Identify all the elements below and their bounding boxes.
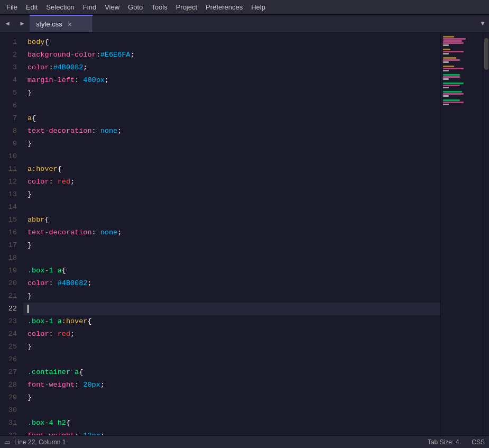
- screen-icon: ▭: [4, 438, 10, 446]
- minimap-line-14: [443, 63, 481, 65]
- minimap-line-22: [443, 80, 481, 82]
- code-line-2: background-color:#E6E6FA;: [23, 49, 440, 61]
- active-tab[interactable]: style.css×: [30, 15, 93, 32]
- line-number-15: 15: [4, 214, 17, 226]
- tab-close-button[interactable]: ×: [67, 20, 73, 29]
- minimap-line-20: [443, 76, 460, 78]
- menu-item-find[interactable]: Find: [79, 2, 100, 12]
- code-line-6: [23, 99, 440, 112]
- line-number-16: 16: [4, 226, 17, 239]
- code-line-5: }: [23, 87, 440, 99]
- code-line-22: [23, 303, 440, 315]
- line-number-28: 28: [4, 379, 17, 391]
- tab-label: style.css: [36, 20, 62, 28]
- line-number-6: 6: [4, 99, 17, 112]
- line-number-12: 12: [4, 176, 17, 188]
- code-area[interactable]: body{ background-color:#E6E6FA; color:#4…: [23, 33, 440, 435]
- line-number-1: 1: [4, 36, 17, 49]
- menu-item-tools[interactable]: Tools: [147, 2, 171, 12]
- editor-scrollbar[interactable]: [483, 33, 489, 435]
- line-number-32: 32: [4, 429, 17, 435]
- minimap-line-17: [443, 70, 449, 71]
- code-line-12: color: red;: [23, 176, 440, 188]
- code-line-13: }: [23, 188, 440, 201]
- code-line-8: text-decoration: none;: [23, 125, 440, 138]
- line-number-17: 17: [4, 239, 17, 252]
- line-number-20: 20: [4, 277, 17, 290]
- menu-item-goto[interactable]: Goto: [124, 2, 147, 12]
- line-number-25: 25: [4, 341, 17, 353]
- menu-item-project[interactable]: Project: [172, 2, 201, 12]
- line-number-22: 22: [4, 303, 17, 315]
- line-number-7: 7: [4, 112, 17, 125]
- minimap-line-7: [443, 49, 450, 50]
- line-number-18: 18: [4, 252, 17, 264]
- line-numbers: 1234567891011121314151617181920212223242…: [0, 33, 23, 435]
- code-line-11: a:hover{: [23, 163, 440, 176]
- menu-item-help[interactable]: Help: [247, 2, 270, 12]
- minimap-line-1: [443, 36, 454, 38]
- code-line-15: abbr{: [23, 214, 440, 226]
- minimap-line-3: [443, 40, 462, 42]
- line-number-31: 31: [4, 417, 17, 429]
- code-line-19: .box-1 a{: [23, 264, 440, 277]
- minimap-line-2: [443, 38, 466, 40]
- line-number-4: 4: [4, 74, 17, 87]
- line-number-8: 8: [4, 125, 17, 138]
- menu-item-edit[interactable]: Edit: [22, 2, 42, 12]
- menu-item-selection[interactable]: Selection: [42, 2, 78, 12]
- minimap-line-27: [443, 91, 462, 93]
- code-line-26: [23, 353, 440, 366]
- code-line-18: [23, 252, 440, 264]
- minimap-line-5: [443, 44, 449, 46]
- code-line-20: color: #4B0082;: [23, 277, 440, 290]
- minimap-line-6: [443, 47, 481, 48]
- code-line-23: .box-1 a:hover{: [23, 315, 440, 328]
- code-line-17: }: [23, 239, 440, 252]
- minimap-line-4: [443, 42, 464, 44]
- minimap-line-33: [443, 104, 449, 105]
- editor-container: 1234567891011121314151617181920212223242…: [0, 33, 489, 435]
- scrollbar-thumb[interactable]: [484, 38, 488, 70]
- tab-right-arrow[interactable]: ▶: [15, 15, 30, 32]
- code-line-27: .container a{: [23, 366, 440, 379]
- code-line-28: font-weight: 20px;: [23, 379, 440, 391]
- status-left: ▭ Line 22, Column 1: [4, 438, 66, 446]
- minimap-line-9: [443, 53, 449, 54]
- line-number-14: 14: [4, 201, 17, 214]
- tab-dropdown[interactable]: ▼: [476, 15, 489, 32]
- line-number-11: 11: [4, 163, 17, 176]
- minimap-line-31: [443, 99, 460, 101]
- code-line-4: margin-left: 400px;: [23, 74, 440, 87]
- minimap-line-11: [443, 57, 456, 59]
- line-number-26: 26: [4, 353, 17, 366]
- minimap-line-13: [443, 61, 449, 63]
- code-line-32: font-weight: 12px;: [23, 429, 440, 435]
- line-number-19: 19: [4, 264, 17, 277]
- menu-item-view[interactable]: View: [100, 2, 124, 12]
- code-line-24: color: red;: [23, 328, 440, 341]
- code-line-16: text-decoration: none;: [23, 226, 440, 239]
- menu-item-preferences[interactable]: Preferences: [201, 2, 247, 12]
- code-line-25: }: [23, 341, 440, 353]
- menu-item-file[interactable]: File: [2, 2, 22, 12]
- code-line-30: [23, 404, 440, 417]
- line-number-3: 3: [4, 61, 17, 74]
- code-line-14: [23, 201, 440, 214]
- cursor-position: Line 22, Column 1: [14, 438, 66, 446]
- minimap-line-12: [443, 59, 460, 61]
- code-line-29: }: [23, 391, 440, 404]
- code-line-7: a{: [23, 112, 440, 125]
- tab-left-arrow[interactable]: ◀: [0, 15, 15, 32]
- minimap-line-10: [443, 55, 481, 57]
- minimap-line-18: [443, 72, 481, 74]
- minimap-line-19: [443, 74, 460, 76]
- line-number-10: 10: [4, 150, 17, 163]
- minimap-line-28: [443, 93, 464, 95]
- minimap-line-26: [443, 89, 481, 90]
- minimap-line-8: [443, 51, 464, 52]
- line-number-24: 24: [4, 328, 17, 341]
- minimap-line-29: [443, 95, 449, 97]
- status-bar: ▭ Line 22, Column 1 Tab Size: 4 CSS: [0, 435, 489, 448]
- menu-bar: FileEditSelectionFindViewGotoToolsProjec…: [0, 0, 489, 15]
